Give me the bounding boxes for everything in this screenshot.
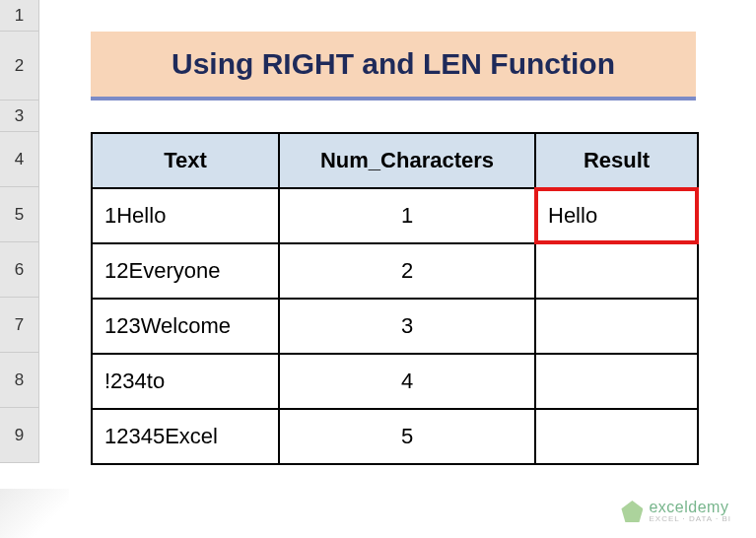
spreadsheet-area: Using RIGHT and LEN Function Text Num_Ch… xyxy=(39,0,756,538)
table-row: 12345Excel 5 xyxy=(92,409,698,464)
table-row: !234to 4 xyxy=(92,354,698,409)
cell-result[interactable] xyxy=(535,354,698,409)
row-header-6[interactable]: 6 xyxy=(0,242,38,298)
row-header-5[interactable]: 5 xyxy=(0,187,38,242)
data-table: Text Num_Characters Result 1Hello 1 Hell… xyxy=(91,132,699,465)
page-title: Using RIGHT and LEN Function xyxy=(91,32,696,101)
row-header-9[interactable]: 9 xyxy=(0,408,38,463)
watermark-main: exceldemy xyxy=(649,500,731,515)
cell-num[interactable]: 3 xyxy=(279,299,535,354)
watermark-sub: EXCEL · DATA · BI xyxy=(649,515,731,523)
table-row: 12Everyone 2 xyxy=(92,243,698,299)
cell-result[interactable] xyxy=(535,243,698,299)
row-header-2[interactable]: 2 xyxy=(0,32,38,101)
row-headers: 1 2 3 4 5 6 7 8 9 xyxy=(0,0,39,463)
cell-text[interactable]: 123Welcome xyxy=(92,299,279,354)
corner-fade xyxy=(0,489,69,538)
watermark: exceldemy EXCEL · DATA · BI xyxy=(621,500,731,523)
row-header-4[interactable]: 4 xyxy=(0,132,38,187)
table-header-row: Text Num_Characters Result xyxy=(92,133,698,188)
row-header-3[interactable]: 3 xyxy=(0,101,38,132)
logo-icon xyxy=(621,501,643,522)
cell-result[interactable] xyxy=(535,409,698,464)
row-header-7[interactable]: 7 xyxy=(0,298,38,353)
cell-text[interactable]: 12Everyone xyxy=(92,243,279,299)
table-row: 123Welcome 3 xyxy=(92,299,698,354)
watermark-text: exceldemy EXCEL · DATA · BI xyxy=(649,500,731,523)
header-result[interactable]: Result xyxy=(535,133,698,188)
cell-text[interactable]: 1Hello xyxy=(92,188,279,243)
cell-text[interactable]: 12345Excel xyxy=(92,409,279,464)
cell-num[interactable]: 5 xyxy=(279,409,535,464)
table-row: 1Hello 1 Hello xyxy=(92,188,698,243)
header-text[interactable]: Text xyxy=(92,133,279,188)
cell-result-highlighted[interactable]: Hello xyxy=(535,188,698,243)
cell-num[interactable]: 2 xyxy=(279,243,535,299)
cell-num[interactable]: 4 xyxy=(279,354,535,409)
row-header-1[interactable]: 1 xyxy=(0,0,38,32)
row-header-8[interactable]: 8 xyxy=(0,353,38,408)
cell-num[interactable]: 1 xyxy=(279,188,535,243)
cell-text[interactable]: !234to xyxy=(92,354,279,409)
cell-result[interactable] xyxy=(535,299,698,354)
header-num[interactable]: Num_Characters xyxy=(279,133,535,188)
